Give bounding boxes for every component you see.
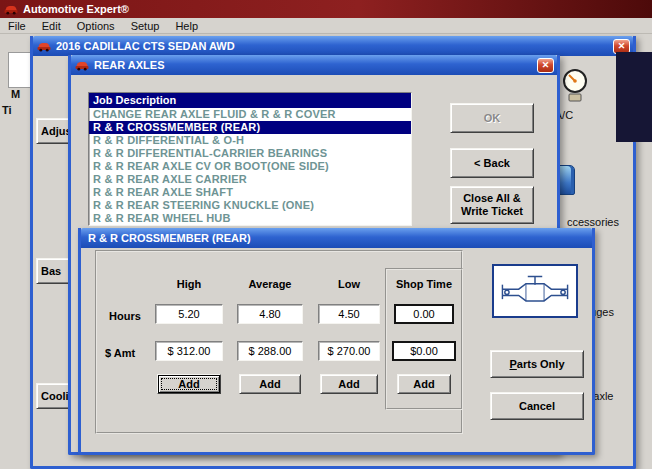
rear-axles-titlebar[interactable]: REAR AXLES ✕ <box>71 55 557 75</box>
amount-shop-time-field[interactable] <box>392 341 456 361</box>
partial-label-ti: Ti <box>2 104 12 116</box>
job-list-item[interactable]: CHANGE REAR AXLE FLUID & R & R COVER <box>89 108 411 121</box>
rear-axles-title: REAR AXLES <box>94 59 165 71</box>
add-button-low[interactable]: Add <box>320 374 378 394</box>
amount-row-label: $ Amt <box>105 347 135 359</box>
screen: Automotive Expert® File Edit Options Set… <box>0 0 652 469</box>
job-list-item[interactable]: R & R REAR STEERING KNUCKLE (ONE) <box>89 199 411 212</box>
header-shop-time: Shop Time <box>387 278 461 290</box>
close-all-write-ticket-label: Close All & Write Ticket <box>454 192 530 218</box>
labor-dialog-titlebar[interactable]: R & R CROSSMEMBER (REAR) <box>81 228 592 248</box>
add-button-average-label: Add <box>259 378 280 391</box>
header-high: High <box>155 278 223 290</box>
category-button-cooli-label: Cooli <box>41 390 69 403</box>
menu-edit[interactable]: Edit <box>34 18 69 34</box>
gauge-icon <box>560 68 590 110</box>
menu-options[interactable]: Options <box>69 18 123 34</box>
job-list-item[interactable]: R & R REAR AXLE CV OR BOOT(ONE SIDE) <box>89 160 411 173</box>
ok-button-label: OK <box>484 112 501 125</box>
dialog-car-icon <box>75 60 89 71</box>
crossmember-diagram <box>492 264 578 318</box>
add-button-shop-time[interactable]: Add <box>397 374 451 394</box>
hours-average-field[interactable] <box>237 304 303 324</box>
cancel-button-label: Cancel <box>519 400 555 413</box>
back-button-label: < Back <box>474 157 510 170</box>
crossmember-icon <box>497 270 573 312</box>
job-list-item-selected[interactable]: R & R CROSSMEMBER (REAR) <box>89 121 411 134</box>
job-list-item[interactable]: R & R REAR WHEEL HUB <box>89 212 411 225</box>
main-titlebar: Automotive Expert® <box>0 0 652 18</box>
category-button-bas-label: Bas <box>41 265 61 278</box>
header-average: Average <box>237 278 303 290</box>
add-button-low-label: Add <box>338 378 359 391</box>
add-button-high-label: Add <box>178 378 199 391</box>
menu-file[interactable]: File <box>0 18 34 34</box>
menu-help[interactable]: Help <box>167 18 206 34</box>
parts-only-button[interactable]: Parts Only <box>490 350 584 378</box>
parts-only-button-label: Parts Only <box>509 358 564 371</box>
menubar: File Edit Options Setup Help <box>0 18 652 34</box>
vehicle-window-titlebar[interactable]: 2016 CADILLAC CTS SEDAN AWD ✕ <box>33 36 633 56</box>
partial-label-m: M <box>11 88 20 100</box>
ok-button[interactable]: OK <box>450 103 534 133</box>
add-button-high[interactable]: Add <box>157 374 221 394</box>
app-car-icon <box>4 4 18 15</box>
job-list-header: Job Description <box>89 93 411 108</box>
back-button[interactable]: < Back <box>450 148 534 178</box>
job-list-item[interactable]: R & R REAR AXLE CARRIER <box>89 173 411 186</box>
job-list-item[interactable]: R & R DIFFERENTIAL & O-H <box>89 134 411 147</box>
amount-low-field[interactable] <box>318 341 380 361</box>
amount-average-field[interactable] <box>237 341 303 361</box>
label-accessories: ccessories <box>567 216 619 228</box>
hours-shop-time-field[interactable] <box>394 304 454 324</box>
close-all-write-ticket-button[interactable]: Close All & Write Ticket <box>450 186 534 224</box>
hours-high-field[interactable] <box>155 304 223 324</box>
vehicle-image-placeholder <box>616 52 652 142</box>
cancel-button[interactable]: Cancel <box>490 392 584 420</box>
vehicle-car-icon <box>37 41 51 52</box>
job-list[interactable]: Job Description CHANGE REAR AXLE FLUID &… <box>88 92 412 226</box>
job-list-item[interactable]: R & R REAR AXLE SHAFT <box>89 186 411 199</box>
rear-axles-close-icon[interactable]: ✕ <box>537 58 554 73</box>
menu-setup[interactable]: Setup <box>123 18 168 34</box>
partial-toolbar-panel <box>8 52 32 88</box>
hours-low-field[interactable] <box>318 304 380 324</box>
add-button-shop-time-label: Add <box>413 378 434 391</box>
add-button-average[interactable]: Add <box>239 374 301 394</box>
labor-dialog-title: R & R CROSSMEMBER (REAR) <box>88 232 251 244</box>
header-low: Low <box>318 278 380 290</box>
job-list-item[interactable]: R & R DIFFERENTIAL-CARRIER BEARINGS <box>89 147 411 160</box>
labor-dialog: R & R CROSSMEMBER (REAR) High Average Lo… <box>78 228 595 455</box>
app-title: Automotive Expert® <box>23 3 129 15</box>
hours-row-label: Hours <box>109 310 141 322</box>
vehicle-window-title: 2016 CADILLAC CTS SEDAN AWD <box>56 40 235 52</box>
amount-high-field[interactable] <box>155 341 223 361</box>
